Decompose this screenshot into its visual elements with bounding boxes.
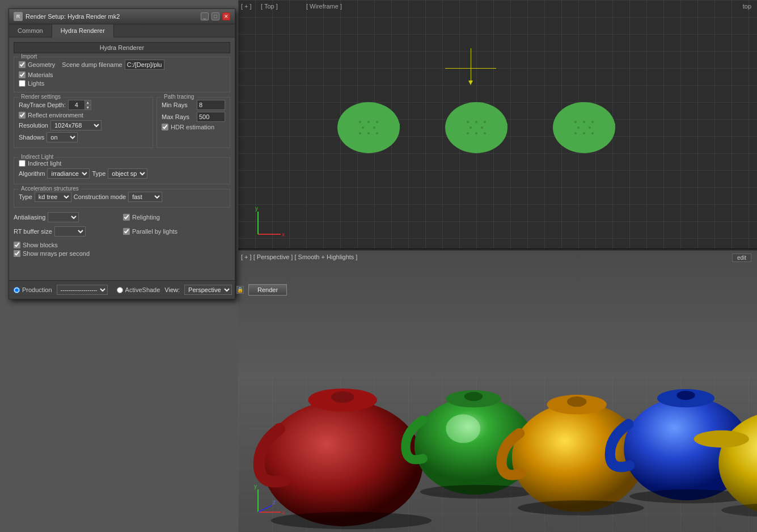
- rt-buffer-row: RT buffer size 256 512: [14, 226, 121, 237]
- viewport-top-label: [ + ]: [241, 3, 252, 10]
- svg-point-20: [481, 126, 483, 129]
- svg-point-19: [470, 126, 472, 129]
- dialog-tabs: Common Hydra Renderer: [9, 24, 235, 37]
- algorithm-select[interactable]: irradiance path tracing: [47, 168, 90, 179]
- render-settings-group: Render settings RayTrace Depth: ▲ ▼: [14, 97, 153, 148]
- svg-point-21: [467, 132, 469, 134]
- view-label: View:: [164, 286, 180, 293]
- geometry-checkbox[interactable]: [19, 61, 26, 68]
- parallel-label[interactable]: Parallel by lights: [123, 228, 177, 235]
- reflect-env-checkbox[interactable]: [19, 112, 26, 119]
- preset-select[interactable]: --------------------: [57, 285, 108, 295]
- svg-point-35: [591, 132, 594, 134]
- activeshade-radio[interactable]: [117, 287, 123, 293]
- svg-point-73: [694, 430, 749, 447]
- svg-point-17: [475, 121, 477, 123]
- section-header: Hydra Renderer: [14, 42, 230, 53]
- scene-dump-input[interactable]: [125, 60, 164, 70]
- viewport-bottom[interactable]: x y z [ + ] [ Perspective ] [ Smooth + H…: [238, 251, 757, 532]
- accel-type-select[interactable]: kd tree bvh: [35, 192, 71, 202]
- raytrace-row: RayTrace Depth: ▲ ▼: [19, 100, 148, 110]
- geometry-label: Geometry: [28, 61, 55, 68]
- raytrace-input[interactable]: [68, 100, 85, 110]
- svg-point-7: [362, 126, 364, 129]
- activeshade-text: ActiveShade: [125, 286, 160, 293]
- shadows-row: Shadows on off: [19, 132, 148, 142]
- parallel-checkbox[interactable]: [123, 228, 130, 235]
- hdr-checkbox[interactable]: [162, 124, 168, 130]
- viewport-bottom-edit-btn[interactable]: edit: [732, 254, 751, 262]
- min-rays-input[interactable]: [197, 100, 225, 110]
- antialiasing-select[interactable]: 2x 4x: [48, 212, 79, 222]
- acceleration-group: Acceleration structures Type kd tree bvh…: [14, 189, 230, 208]
- svg-point-74: [721, 503, 757, 517]
- minimize-button[interactable]: _: [201, 12, 209, 20]
- view-lock-icon[interactable]: 🔒: [236, 286, 244, 294]
- lights-checkbox[interactable]: [19, 80, 26, 87]
- resolution-select[interactable]: 1024x768 1920x1080 800x600: [50, 120, 102, 130]
- hdr-checkbox-label[interactable]: HDR estimation: [162, 124, 214, 130]
- svg-text:z: z: [273, 499, 276, 505]
- show-blocks-text: Show blocks: [23, 242, 58, 248]
- teapot-silhouettes-top: [312, 96, 737, 164]
- show-mrays-checkbox[interactable]: [14, 250, 20, 257]
- svg-point-6: [376, 121, 378, 123]
- relighting-text: Relighting: [132, 214, 160, 221]
- reflect-env-label[interactable]: Reflect environment: [19, 112, 83, 119]
- tab-hydra-renderer[interactable]: Hydra Renderer: [52, 24, 114, 37]
- svg-point-8: [373, 126, 375, 129]
- close-button[interactable]: ✕: [222, 12, 230, 20]
- show-blocks-checkbox[interactable]: [14, 242, 20, 248]
- production-radio-label[interactable]: Production: [14, 286, 52, 293]
- relighting-row: Relighting: [123, 212, 230, 222]
- acceleration-label: Acceleration structures: [19, 185, 81, 192]
- svg-point-57: [331, 391, 354, 403]
- svg-point-70: [676, 391, 695, 400]
- max-rays-row: Max Rays: [162, 112, 225, 122]
- show-mrays-label[interactable]: Show mrays per second: [14, 250, 90, 257]
- relighting-label[interactable]: Relighting: [123, 214, 160, 221]
- raytrace-down[interactable]: ▼: [84, 105, 91, 110]
- view-select[interactable]: Perspective Top Front: [184, 285, 232, 295]
- render-settings-label: Render settings: [19, 94, 63, 100]
- indirect-light-checkbox[interactable]: [19, 160, 26, 167]
- viewport-top[interactable]: [ + ] [ Top ] [ Wireframe ] top: [238, 0, 757, 250]
- lights-checkbox-label[interactable]: Lights: [19, 80, 44, 87]
- shadows-select[interactable]: on off: [46, 132, 78, 142]
- activeshade-radio-label[interactable]: ActiveShade: [117, 286, 160, 293]
- raytrace-up[interactable]: ▲: [84, 100, 91, 105]
- tab-common[interactable]: Common: [9, 24, 52, 37]
- svg-text:x: x: [282, 231, 285, 238]
- raytrace-spinner[interactable]: ▲ ▼: [68, 100, 91, 110]
- svg-point-1: [383, 120, 400, 129]
- indirect-type-select[interactable]: object sp. screen sp.: [108, 168, 147, 179]
- indirect-light-checkbox-label[interactable]: Indirect light: [19, 160, 61, 167]
- construction-select[interactable]: fast quality: [128, 192, 162, 202]
- parallel-text: Parallel by lights: [132, 228, 177, 235]
- svg-point-5: [367, 121, 370, 123]
- max-rays-input[interactable]: [197, 112, 225, 122]
- geometry-checkbox-label[interactable]: Geometry: [19, 61, 55, 68]
- materials-checkbox[interactable]: [19, 71, 26, 78]
- dialog-content: Hydra Renderer Import Geometry Scene dum…: [9, 37, 235, 263]
- accel-type-label: Type: [19, 193, 32, 200]
- svg-point-23: [484, 132, 486, 134]
- materials-checkbox-label[interactable]: Materials: [19, 71, 53, 78]
- indirect-light-text: Indirect light: [28, 160, 61, 167]
- render-button[interactable]: Render: [248, 284, 287, 295]
- resolution-label: Resolution: [19, 122, 48, 129]
- production-radio[interactable]: [14, 287, 20, 293]
- svg-point-62: [464, 392, 483, 401]
- type-label: Type: [92, 170, 105, 177]
- viewport-top-right-label: top: [743, 3, 751, 10]
- axis-indicator-top: x y: [252, 206, 286, 240]
- svg-point-25: [598, 120, 615, 129]
- svg-point-66: [567, 396, 586, 407]
- dialog-titlebar[interactable]: R Render Setup: Hydra Render mk2 _ □ ✕: [9, 9, 235, 24]
- show-blocks-label[interactable]: Show blocks: [14, 242, 58, 248]
- rt-buffer-select[interactable]: 256 512: [54, 226, 86, 237]
- svg-point-4: [359, 121, 361, 123]
- maximize-button[interactable]: □: [212, 12, 219, 20]
- relighting-checkbox[interactable]: [123, 214, 130, 221]
- dialog-bottom: Production -------------------- ActiveSh…: [9, 280, 235, 299]
